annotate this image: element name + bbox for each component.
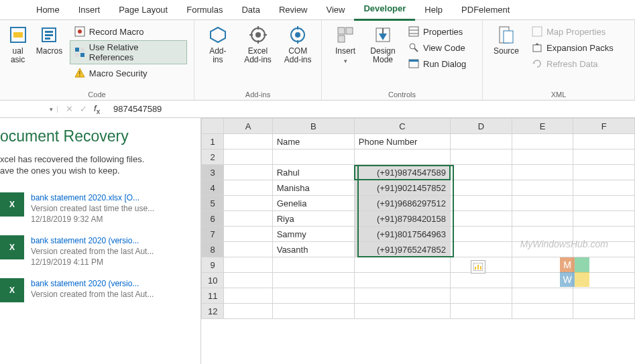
source-button[interactable]: Source	[489, 24, 523, 56]
column-header[interactable]: F	[573, 119, 635, 134]
svg-rect-26	[346, 27, 353, 34]
tab-view[interactable]: View	[317, 0, 355, 20]
tab-developer[interactable]: Developer	[354, 0, 415, 21]
cell[interactable]: Vasanth	[272, 242, 354, 257]
svg-point-34	[410, 44, 415, 49]
excel-file-icon: X	[0, 278, 24, 302]
cell[interactable]: (+91)8798420158	[354, 211, 450, 227]
excel-file-icon: X	[0, 235, 24, 259]
macro-security-button[interactable]: ! Macro Security	[70, 66, 187, 80]
row-header[interactable]: 1	[202, 134, 224, 149]
column-header[interactable]: B	[272, 119, 354, 134]
recovery-item[interactable]: X bank statement 2020 (versio... Version…	[0, 273, 191, 308]
refresh-data-icon	[532, 58, 542, 69]
row-header[interactable]: 2	[202, 149, 224, 165]
row-header[interactable]: 10	[202, 273, 224, 288]
svg-text:!: !	[78, 70, 80, 78]
map-properties-icon	[532, 26, 542, 37]
row-header[interactable]: 6	[202, 211, 224, 227]
excel-addins-button[interactable]: Excel Add-ins	[241, 24, 275, 64]
svg-rect-37	[409, 60, 418, 62]
svg-rect-49	[575, 257, 589, 272]
tab-review[interactable]: Review	[270, 0, 317, 20]
run-dialog-button[interactable]: Run Dialog	[404, 56, 471, 71]
insert-controls-button[interactable]: Insert ▾	[329, 24, 362, 66]
chevron-down-icon[interactable]: ▾	[50, 106, 53, 113]
addins-button[interactable]: Add- ins	[201, 24, 235, 64]
document-recovery-pane: ocument Recovery xcel has recovered the …	[0, 118, 201, 364]
column-header[interactable]: C	[354, 119, 450, 134]
svg-rect-1	[13, 32, 23, 38]
design-mode-button[interactable]: Design Mode	[366, 24, 400, 64]
view-code-button[interactable]: View Code	[404, 40, 471, 55]
column-header[interactable]: D	[451, 119, 512, 134]
row-header[interactable]: 8	[202, 242, 224, 257]
row-header[interactable]: 11	[202, 288, 224, 304]
column-header[interactable]: E	[512, 119, 573, 134]
cell[interactable]: Manisha	[272, 180, 354, 196]
enter-formula-icon[interactable]: ✓	[80, 104, 87, 114]
tab-help[interactable]: Help	[415, 0, 452, 20]
formula-bar: ▾ ✕ ✓ fx 9874547589	[0, 101, 635, 118]
cell[interactable]: Sammy	[272, 227, 354, 242]
recovery-title: ocument Recovery	[0, 127, 191, 145]
quick-analysis-button[interactable]	[471, 260, 485, 274]
group-label-controls: Controls	[329, 89, 475, 99]
cell[interactable]: Genelia	[272, 196, 354, 211]
formula-input[interactable]: 9874547589	[108, 104, 635, 114]
cell[interactable]: (+91)9021457852	[354, 180, 450, 196]
tab-page-layout[interactable]: Page Layout	[109, 0, 177, 20]
column-header[interactable]: A	[224, 119, 272, 134]
recovery-item[interactable]: X bank statement 2020 (versio... Version…	[0, 230, 191, 273]
tab-pdfelement[interactable]: PDFelement	[452, 0, 519, 20]
cancel-formula-icon[interactable]: ✕	[66, 104, 73, 114]
com-addins-button[interactable]: COM Add-ins	[281, 24, 314, 64]
svg-rect-41	[533, 45, 541, 52]
svg-point-16	[255, 32, 261, 38]
row-header[interactable]: 7	[202, 227, 224, 242]
svg-rect-31	[409, 27, 418, 36]
cell[interactable]: Name	[272, 134, 354, 149]
cell[interactable]: Riya	[272, 211, 354, 227]
insert-controls-icon	[335, 24, 356, 46]
cell[interactable]: Phone Number	[354, 134, 450, 149]
select-all-corner[interactable]	[202, 119, 224, 134]
row-header[interactable]: 9	[202, 257, 224, 273]
svg-marker-29	[379, 34, 387, 40]
svg-text:M: M	[563, 259, 571, 270]
record-macro-button[interactable]: Record Macro	[70, 24, 187, 39]
properties-button[interactable]: Properties	[404, 24, 471, 39]
cell[interactable]: (+91)9686297512	[354, 196, 450, 211]
com-addins-icon	[287, 24, 308, 46]
row-header[interactable]: 4	[202, 180, 224, 196]
map-properties-button[interactable]: Map Properties	[527, 24, 618, 39]
cell[interactable]: (+91)9765247852	[354, 242, 450, 257]
cell[interactable]: Rahul	[272, 165, 354, 180]
refresh-data-button[interactable]: Refresh Data	[527, 56, 618, 71]
svg-rect-51	[575, 272, 589, 287]
ribbon-tabs: Home Insert Page Layout Formulas Data Re…	[0, 0, 635, 20]
recovery-item[interactable]: X bank statement 2020.xlsx [O... Version…	[0, 187, 191, 230]
name-box[interactable]: ▾	[0, 106, 58, 113]
visual-basic-button[interactable]: ual asic	[7, 24, 29, 64]
ribbon: ual asic Macros Record Macro Use Relativ…	[0, 20, 635, 101]
row-header[interactable]: 3	[202, 165, 224, 180]
fx-icon[interactable]: fx	[94, 103, 100, 115]
cell[interactable]: (+91)8017564963	[354, 227, 450, 242]
macros-button[interactable]: Macros	[33, 24, 66, 56]
record-macro-icon	[74, 26, 85, 37]
tab-formulas[interactable]: Formulas	[177, 0, 232, 20]
spreadsheet-grid[interactable]: A B C D E F 1NamePhone Number 2 3Rahul(+…	[201, 118, 635, 364]
tab-insert[interactable]: Insert	[69, 0, 110, 20]
use-relative-references-button[interactable]: Use Relative References	[70, 40, 187, 64]
svg-rect-40	[532, 27, 542, 36]
row-header[interactable]: 12	[202, 304, 224, 319]
tab-data[interactable]: Data	[232, 0, 269, 20]
cell-selected[interactable]: (+91)9874547589	[354, 165, 450, 180]
row-header[interactable]: 5	[202, 196, 224, 211]
tab-home[interactable]: Home	[27, 0, 69, 20]
expansion-packs-button[interactable]: Expansion Packs	[527, 40, 618, 55]
excel-file-icon: X	[0, 192, 24, 217]
design-mode-icon	[372, 24, 394, 46]
svg-line-35	[414, 48, 418, 52]
